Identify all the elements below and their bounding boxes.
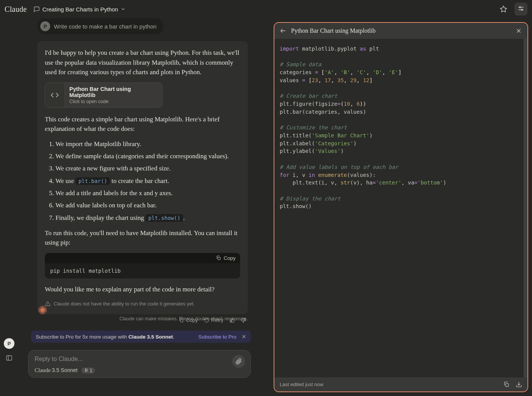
- svg-marker-0: [500, 6, 507, 12]
- download-artifact-button[interactable]: [516, 381, 522, 388]
- sidebar-icon: [6, 355, 13, 361]
- star-icon: [500, 5, 507, 13]
- list-item: We create a new figure with a specified …: [55, 164, 240, 173]
- disclaimer-text: Claude can make mistakes. Please double-…: [119, 316, 248, 321]
- chat-title-text: Creating Bar Charts in Python: [42, 6, 118, 13]
- close-icon[interactable]: [515, 27, 522, 34]
- chevron-down-icon: [120, 6, 126, 12]
- reply-placeholder: Reply to Claude...: [35, 356, 244, 363]
- subscribe-banner: Subscribe to Pro for 5x more usage with …: [31, 331, 251, 343]
- user-message: P Write code to make a bar chart in pyth…: [37, 18, 163, 34]
- artifact-title: Python Bar Chart using Matplotlib: [291, 27, 375, 34]
- artifact-chip-subtitle: Click to open code: [70, 99, 158, 104]
- reply-input[interactable]: Reply to Claude... Claude3.5 Sonnet 1: [28, 350, 251, 378]
- chat-title-dropdown[interactable]: Creating Bar Charts in Python: [33, 6, 125, 13]
- conversation-pane: P Write code to make a bar chart in pyth…: [0, 18, 266, 396]
- back-icon[interactable]: [280, 27, 287, 34]
- svg-rect-30: [505, 383, 508, 386]
- copy-artifact-button[interactable]: [503, 381, 510, 388]
- artifact-footer: Last edited just now: [274, 377, 527, 391]
- user-message-text: Write code to make a bar chart in python: [54, 23, 157, 30]
- svg-rect-5: [218, 258, 220, 260]
- artifact-timestamp: Last edited just now: [280, 382, 323, 387]
- star-button[interactable]: [497, 3, 510, 16]
- artifact-chip[interactable]: Python Bar Chart using Matplotlib Click …: [45, 83, 163, 108]
- artifact-code[interactable]: import matplotlib.pyplot as plt # Sample…: [274, 39, 527, 377]
- warning-row: Claude does not have the ability to run …: [45, 299, 240, 308]
- toggle-sidebar-button[interactable]: [4, 353, 14, 363]
- paperclip-icon: [235, 358, 242, 365]
- copy-button[interactable]: Copy: [216, 255, 236, 261]
- inline-code: plt.bar(): [76, 177, 110, 185]
- user-avatar: P: [40, 21, 50, 31]
- close-banner-button[interactable]: ✕: [242, 334, 246, 340]
- artifact-panel: Python Bar Chart using Matplotlib import…: [274, 22, 528, 392]
- list-item: We define sample data (categories and th…: [55, 151, 240, 161]
- attach-button[interactable]: [232, 355, 245, 368]
- list-item: We use plt.bar() to create the bar chart…: [55, 176, 240, 186]
- explain-intro: This code creates a simple bar chart usi…: [45, 115, 240, 134]
- inline-code: plt.show(): [146, 214, 183, 222]
- top-bar: Claude Creating Bar Charts in Python: [0, 0, 532, 18]
- brand-logo[interactable]: Claude: [5, 5, 27, 14]
- artifact-header: Python Bar Chart using Matplotlib: [274, 23, 527, 39]
- usage-badge[interactable]: 1: [81, 367, 95, 374]
- assistant-intro: I'd be happy to help you create a bar ch…: [45, 48, 240, 77]
- chat-icon: [33, 6, 40, 13]
- list-item: We import the Matplotlib library.: [55, 139, 240, 149]
- code-block: Copy pip install matplotlib: [45, 253, 240, 278]
- install-intro: To run this code, you'll need to have Ma…: [45, 228, 240, 248]
- code-icon: [51, 91, 59, 99]
- profile-avatar[interactable]: P: [4, 338, 14, 349]
- artifact-chip-title: Python Bar Chart using Matplotlib: [70, 86, 158, 98]
- list-item: We add a title and labels for the x and …: [55, 188, 240, 198]
- sliders-icon: [517, 5, 525, 13]
- warning-text: Claude does not have the ability to run …: [54, 301, 195, 307]
- svg-rect-25: [6, 356, 12, 360]
- list-item: Finally, we display the chart using plt.…: [55, 213, 240, 223]
- explanation-list: We import the Matplotlib library. We def…: [45, 139, 240, 223]
- subscribe-link[interactable]: Subscribe to Pro: [198, 334, 236, 340]
- list-item: We add value labels on top of each bar.: [55, 200, 240, 210]
- claude-burst-logo: [37, 305, 48, 315]
- model-name[interactable]: Claude3.5 Sonnet: [35, 367, 78, 374]
- closing-question: Would you like me to explain any part of…: [45, 285, 240, 294]
- settings-button[interactable]: [515, 3, 527, 16]
- install-command: pip install matplotlib: [45, 263, 240, 278]
- assistant-message: I'd be happy to help you create a bar ch…: [37, 41, 248, 314]
- copy-icon: [216, 255, 221, 261]
